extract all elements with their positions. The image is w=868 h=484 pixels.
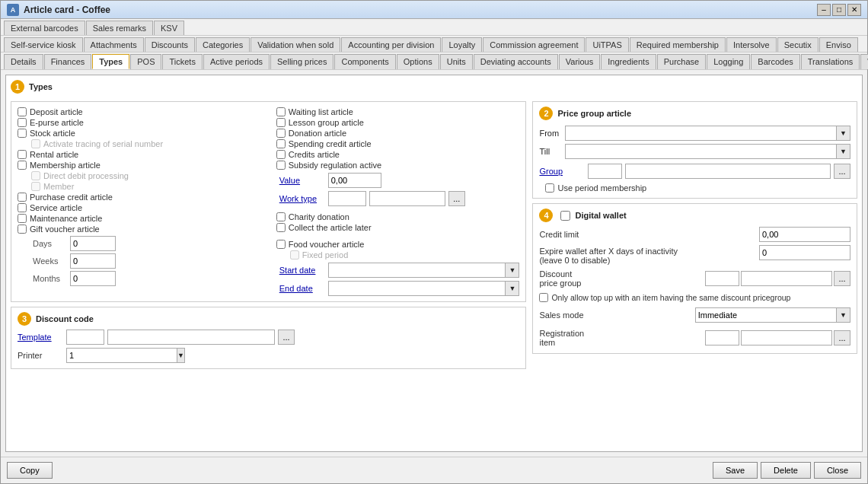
expire-input[interactable] (759, 245, 850, 260)
tab-ingredients[interactable]: Ingredients (601, 54, 656, 69)
donation-article-checkbox[interactable] (276, 129, 286, 138)
sales-mode-dropdown[interactable]: ▼ (837, 307, 850, 323)
spending-credit-checkbox[interactable] (276, 139, 286, 148)
tab-web[interactable]: Web (860, 54, 868, 69)
tab-accounting-per-division[interactable]: Accounting per division (341, 37, 441, 52)
worktype-browse-button[interactable]: ... (448, 191, 465, 206)
tab-uitpas[interactable]: UiTPAS (586, 37, 628, 52)
stock-article-checkbox[interactable] (18, 129, 27, 138)
tab-tickets[interactable]: Tickets (162, 54, 202, 69)
worktype-label[interactable]: Work type (279, 194, 325, 203)
group-input1[interactable] (588, 164, 622, 179)
end-date-label[interactable]: End date (279, 284, 325, 293)
tab-intersolve[interactable]: Intersolve (726, 37, 777, 52)
purchase-credit-checkbox[interactable] (18, 193, 27, 202)
tab-validation-when-sold[interactable]: Validation when sold (251, 37, 340, 52)
food-voucher-checkbox[interactable] (276, 240, 286, 249)
tab-logging[interactable]: Logging (707, 54, 750, 69)
tab-ksv[interactable]: KSV (154, 21, 184, 35)
tab-deviating-accounts[interactable]: Deviating accounts (474, 54, 558, 69)
service-article-checkbox[interactable] (18, 203, 27, 212)
close-button[interactable]: Close (814, 462, 861, 479)
tab-external-barcodes[interactable]: External barcodes (4, 21, 85, 35)
tab-secutix[interactable]: Secutix (777, 37, 819, 52)
printer-input[interactable] (66, 348, 177, 363)
tab-details[interactable]: Details (4, 54, 43, 69)
tab-purchase[interactable]: Purchase (657, 54, 706, 69)
start-date-label[interactable]: Start date (279, 266, 325, 275)
member-checkbox[interactable] (31, 182, 40, 191)
tab-commission-agreement[interactable]: Commission agreement (483, 37, 585, 52)
discount-price-input1[interactable] (705, 271, 739, 286)
lesson-group-checkbox[interactable] (276, 118, 286, 127)
group-label[interactable]: Group (539, 167, 585, 176)
tab-finances[interactable]: Finances (44, 54, 92, 69)
template-input2[interactable] (107, 330, 275, 345)
tab-components[interactable]: Components (334, 54, 395, 69)
credits-article-checkbox[interactable] (276, 150, 286, 159)
title-bar-controls[interactable]: – □ ✕ (817, 4, 861, 16)
credit-limit-input[interactable] (759, 227, 850, 242)
delete-button[interactable]: Delete (761, 462, 811, 479)
template-input1[interactable] (66, 330, 104, 345)
subsidy-regulation-checkbox[interactable] (276, 161, 286, 170)
activate-tracing-checkbox[interactable] (31, 139, 40, 148)
maximize-button[interactable]: □ (832, 4, 846, 16)
tab-required-membership[interactable]: Required membership (630, 37, 726, 52)
end-date-dropdown[interactable]: ▼ (506, 281, 519, 296)
tab-options[interactable]: Options (397, 54, 439, 69)
tab-translations[interactable]: Translations (801, 54, 860, 69)
tab-barcodes[interactable]: Barcodes (751, 54, 799, 69)
rental-article-checkbox[interactable] (18, 150, 27, 159)
collect-later-checkbox[interactable] (276, 223, 286, 232)
tab-selling-prices[interactable]: Selling prices (270, 54, 333, 69)
maintenance-article-checkbox[interactable] (18, 214, 27, 223)
value-label[interactable]: Value (279, 176, 325, 185)
discount-price-browse[interactable]: ... (834, 271, 850, 286)
registration-item-browse[interactable]: ... (834, 330, 850, 345)
direct-debit-checkbox[interactable] (31, 171, 40, 180)
end-date-input[interactable] (328, 281, 506, 296)
use-period-checkbox[interactable] (545, 183, 554, 193)
tab-sales-remarks[interactable]: Sales remarks (86, 21, 153, 35)
tab-enviso[interactable]: Enviso (819, 37, 858, 52)
tab-pos[interactable]: POS (130, 54, 161, 69)
gift-days-input[interactable] (70, 236, 116, 251)
group-browse-button[interactable]: ... (834, 164, 850, 179)
discount-price-input2[interactable] (741, 271, 832, 286)
minimize-button[interactable]: – (817, 4, 831, 16)
from-input[interactable] (565, 126, 837, 141)
charity-donation-checkbox[interactable] (276, 212, 286, 221)
tab-self-service-kiosk[interactable]: Self-service kiosk (4, 37, 83, 52)
template-browse-button[interactable]: ... (278, 330, 295, 345)
only-allow-checkbox[interactable] (539, 293, 548, 302)
registration-item-input1[interactable] (705, 330, 739, 345)
save-button[interactable]: Save (713, 462, 758, 479)
close-window-button[interactable]: ✕ (847, 4, 861, 16)
tab-attachments[interactable]: Attachments (84, 37, 144, 52)
fixed-period-checkbox[interactable] (290, 250, 299, 260)
worktype-input1[interactable] (328, 191, 366, 206)
start-date-dropdown[interactable]: ▼ (506, 263, 519, 278)
gift-months-input[interactable] (70, 271, 116, 286)
tab-discounts[interactable]: Discounts (145, 37, 195, 52)
group-input2[interactable] (625, 164, 831, 179)
sales-mode-input[interactable] (695, 307, 837, 323)
gift-weeks-input[interactable] (70, 253, 116, 269)
printer-dropdown[interactable]: ▼ (177, 348, 185, 363)
deposit-article-checkbox[interactable] (18, 107, 27, 116)
till-input[interactable] (565, 144, 837, 159)
membership-article-checkbox[interactable] (18, 161, 27, 170)
worktype-input2[interactable] (369, 191, 445, 206)
waiting-list-checkbox[interactable] (276, 107, 286, 116)
digital-wallet-checkbox[interactable] (560, 211, 570, 221)
tab-active-periods[interactable]: Active periods (203, 54, 270, 69)
gift-voucher-checkbox[interactable] (18, 224, 27, 234)
tab-categories[interactable]: Categories (196, 37, 250, 52)
template-label[interactable]: Template (18, 333, 63, 342)
from-dropdown[interactable]: ▼ (837, 126, 850, 141)
value-input[interactable] (328, 173, 381, 188)
epurse-article-checkbox[interactable] (18, 118, 27, 127)
till-dropdown[interactable]: ▼ (837, 144, 850, 159)
start-date-input[interactable] (328, 263, 506, 278)
